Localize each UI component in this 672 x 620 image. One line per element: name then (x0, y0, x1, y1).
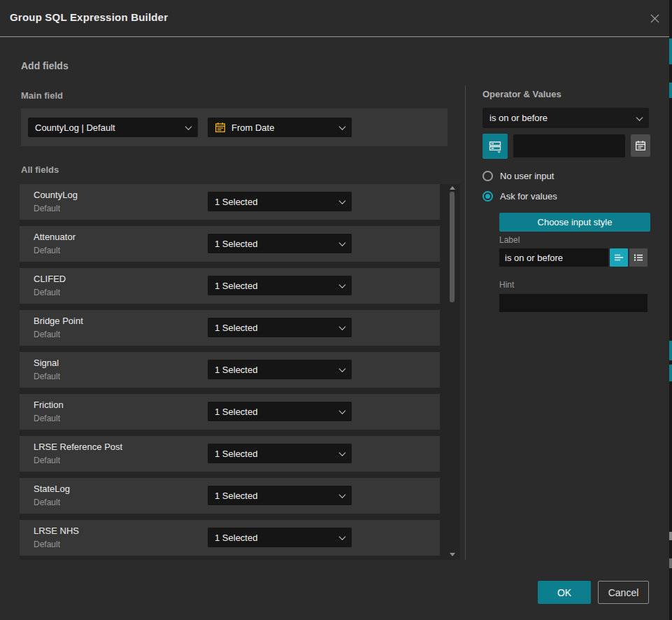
field-name: Signal (34, 358, 59, 368)
radio-label: Ask for values (500, 191, 557, 202)
operator-select-value: is on or before (489, 113, 548, 123)
chevron-down-icon (339, 281, 346, 288)
input-type-icon (489, 140, 502, 153)
field-values-select[interactable]: 1 Selected (208, 528, 352, 547)
operator-select[interactable]: is on or before (482, 108, 649, 128)
scrollbar-thumb[interactable] (450, 192, 455, 302)
main-field-select[interactable]: From Date (208, 118, 352, 137)
scroll-up-icon[interactable] (450, 186, 455, 190)
field-values-select-value: 1 Selected (215, 197, 257, 207)
chevron-down-icon (339, 239, 346, 246)
field-values-select[interactable]: 1 Selected (208, 192, 352, 211)
all-fields-list: CountyLog Default 1 Selected Attenuator … (20, 184, 460, 560)
field-row: CountyLog Default 1 Selected (20, 184, 440, 220)
chevron-down-icon (339, 407, 346, 414)
field-values-select-value: 1 Selected (215, 323, 257, 333)
align-left-icon (614, 253, 624, 262)
field-name: Attenuator (34, 232, 76, 242)
radio-selected-icon (482, 191, 493, 202)
ok-button[interactable]: OK (538, 581, 591, 604)
field-subtitle: Default (34, 372, 60, 381)
field-row: Attenuator Default 1 Selected (20, 226, 440, 262)
field-subtitle: Default (34, 330, 60, 339)
chevron-down-icon (339, 197, 346, 204)
field-name: StateLog (34, 484, 70, 494)
group-sql-expression-builder-dialog: Group SQL Expression Builder Add fields … (0, 0, 672, 620)
chevron-down-icon (339, 365, 346, 372)
radio-ask-for-values[interactable]: Ask for values (482, 191, 557, 202)
panel-divider (465, 85, 466, 560)
chevron-down-icon (339, 123, 346, 130)
field-values-select[interactable]: 1 Selected (208, 360, 352, 379)
main-field-heading: Main field (21, 90, 63, 101)
main-field-panel: CountyLog | Default From Date (21, 108, 448, 146)
title-bar: Group SQL Expression Builder (0, 0, 669, 36)
label-input[interactable] (499, 248, 608, 267)
radio-icon (482, 171, 493, 181)
field-values-select-value: 1 Selected (215, 449, 257, 459)
field-values-select-value: 1 Selected (215, 533, 257, 543)
field-row: LRSE Reference Post Default 1 Selected (20, 436, 440, 472)
label-style-list-button[interactable] (629, 248, 648, 267)
field-values-select[interactable]: 1 Selected (208, 444, 352, 463)
field-subtitle: Default (34, 288, 60, 297)
field-values-select-value: 1 Selected (215, 407, 257, 417)
field-subtitle: Default (34, 540, 60, 549)
add-fields-heading: Add fields (21, 60, 69, 71)
choose-input-style-button[interactable]: Choose input style (499, 213, 650, 232)
field-subtitle: Default (34, 498, 60, 507)
field-name: CountyLog (34, 190, 78, 200)
label-caption: Label (499, 235, 520, 245)
background-app-edge (669, 0, 672, 620)
chevron-down-icon (339, 323, 346, 330)
field-subtitle: Default (34, 414, 60, 423)
field-subtitle: Default (34, 456, 60, 465)
field-row: LRSE NHS Default 1 Selected (20, 520, 440, 556)
cancel-button[interactable]: Cancel (598, 581, 649, 604)
field-row: Bridge Point Default 1 Selected (20, 310, 440, 346)
list-icon (634, 253, 643, 262)
calendar-icon (635, 140, 646, 151)
field-row: Friction Default 1 Selected (20, 394, 440, 430)
close-icon (649, 13, 661, 24)
field-values-select-value: 1 Selected (215, 281, 257, 291)
value-input-type-button[interactable] (482, 134, 508, 159)
chevron-down-icon (185, 123, 192, 130)
operator-values-heading: Operator & Values (482, 89, 562, 99)
field-subtitle: Default (34, 204, 60, 213)
field-name: CLIFED (34, 274, 66, 284)
field-values-select[interactable]: 1 Selected (208, 486, 352, 505)
field-values-select[interactable]: 1 Selected (208, 276, 352, 295)
radio-no-user-input[interactable]: No user input (482, 171, 554, 181)
scroll-down-icon[interactable] (450, 553, 455, 556)
field-values-select-value: 1 Selected (215, 491, 257, 501)
field-row: Signal Default 1 Selected (20, 352, 440, 388)
field-values-select[interactable]: 1 Selected (208, 234, 352, 253)
date-picker-button[interactable] (631, 134, 650, 157)
main-dataset-select-value: CountyLog | Default (35, 122, 115, 133)
field-name: LRSE NHS (34, 526, 79, 536)
date-calendar-icon (215, 122, 226, 133)
chevron-down-icon (339, 449, 346, 456)
field-name: Bridge Point (34, 316, 83, 326)
all-fields-heading: All fields (21, 164, 59, 175)
hint-caption: Hint (499, 280, 514, 290)
title-divider (0, 36, 669, 37)
dialog-title: Group SQL Expression Builder (10, 11, 168, 23)
main-dataset-select[interactable]: CountyLog | Default (28, 118, 198, 137)
field-row: StateLog Default 1 Selected (20, 478, 440, 514)
field-values-select[interactable]: 1 Selected (208, 318, 352, 337)
field-values-select[interactable]: 1 Selected (208, 402, 352, 421)
hint-input[interactable] (499, 294, 648, 312)
field-name: Friction (34, 400, 64, 410)
radio-label: No user input (500, 171, 554, 181)
close-button[interactable] (645, 8, 664, 28)
chevron-down-icon (339, 491, 346, 498)
chevron-down-icon (636, 114, 643, 121)
field-name: LRSE Reference Post (34, 442, 122, 452)
value-input[interactable] (513, 134, 625, 157)
field-row: CLIFED Default 1 Selected (20, 268, 440, 304)
chevron-down-icon (339, 533, 346, 540)
field-values-select-value: 1 Selected (215, 365, 257, 375)
label-style-single-line-button[interactable] (610, 248, 628, 267)
